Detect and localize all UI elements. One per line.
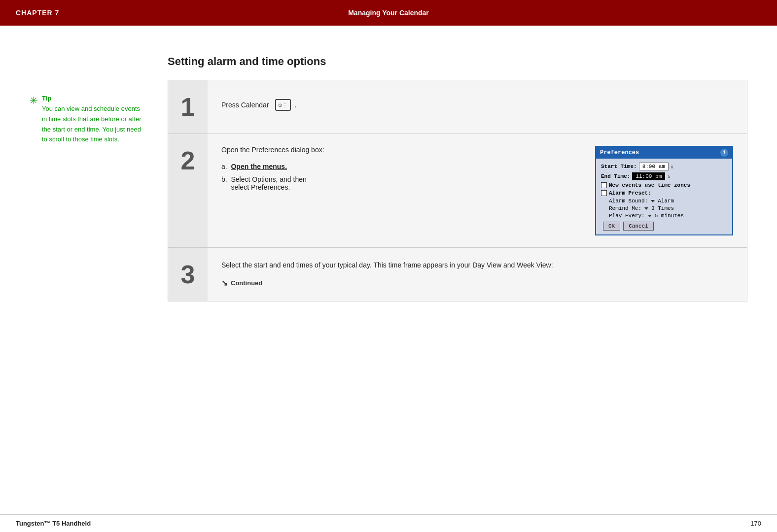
preferences-dialog: Preferences i Start Time: 8:00 am ⇕ [595, 146, 733, 235]
page-footer: Tungsten™ T5 Handheld 170 [0, 514, 777, 532]
alarm-preset-label: Alarm Preset: [609, 190, 651, 196]
content-area: Setting alarm and time options 1 Press C… [158, 55, 777, 301]
step-2-content: Open the Preferences dialog box: a. Open… [208, 134, 747, 247]
prefs-start-time-row: Start Time: 8:00 am ⇕ [601, 163, 727, 170]
start-time-label: Start Time: [601, 164, 637, 169]
step-3-text: Select the start and end times of your t… [221, 260, 733, 270]
prefs-titlebar: Preferences i [596, 147, 732, 159]
step-2-text-block: Open the Preferences dialog box: a. Open… [221, 146, 579, 196]
tip-box: ✳ Tip You can view and schedule events i… [30, 95, 142, 145]
footer-page-number: 170 [750, 520, 761, 527]
main-content: ✳ Tip You can view and schedule events i… [0, 26, 777, 331]
step-2-number: 2 [168, 134, 208, 247]
step-1-label: Press Calendar [221, 101, 269, 109]
prefs-title: Preferences [600, 149, 639, 156]
play-every-label: Play Every: [609, 213, 645, 219]
sidebar: ✳ Tip You can view and schedule events i… [0, 55, 158, 301]
end-time-value[interactable]: 11:00 pm [632, 172, 665, 180]
end-time-arrow[interactable]: ⇕ [667, 173, 671, 180]
continued-arrow-icon: ↘ [221, 278, 228, 288]
alarm-preset-row: Alarm Preset: [601, 190, 727, 196]
remind-me-value: 3 Times [651, 205, 674, 211]
new-events-checkbox[interactable] [601, 182, 607, 188]
tip-star-icon: ✳ [30, 95, 38, 106]
new-events-row: New events use time zones [601, 182, 727, 188]
steps-container: 1 Press Calendar ⊙⋮ . 2 [168, 80, 747, 301]
play-every-row: Play Every: 5 minutes [601, 213, 727, 219]
chapter-label: CHAPTER 7 [16, 9, 59, 17]
remind-me-label: Remind Me: [609, 205, 641, 211]
tip-text: You can view and schedule events in time… [42, 104, 142, 145]
alarm-sound-dropdown-icon[interactable] [651, 200, 655, 202]
page-header: CHAPTER 7 Managing Your Calendar [0, 0, 777, 26]
remind-me-row: Remind Me: 3 Times [601, 205, 727, 211]
step-3-number: 3 [168, 248, 208, 301]
step-2-intro: Open the Preferences dialog box: [221, 146, 579, 154]
alarm-preset-checkbox[interactable] [601, 190, 607, 196]
section-title: Setting alarm and time options [168, 55, 747, 68]
info-icon: i [720, 149, 728, 157]
end-time-label: End Time: [601, 173, 630, 179]
step-1-text: Press Calendar ⊙⋮ . [221, 92, 733, 111]
play-every-dropdown-icon[interactable] [648, 215, 652, 217]
step-1-number: 1 [168, 80, 208, 133]
period-after-icon: . [295, 101, 297, 109]
calendar-icon: ⊙⋮ [275, 99, 291, 111]
chapter-title: Managing Your Calendar [348, 9, 429, 17]
continued-text: Continued [231, 279, 262, 287]
start-time-value[interactable]: 8:00 am [639, 163, 669, 170]
start-time-arrow[interactable]: ⇕ [671, 164, 674, 170]
alarm-sound-label: Alarm Sound: [609, 198, 648, 204]
continued-label: ↘ Continued [221, 278, 733, 288]
step-3: 3 Select the start and end times of your… [168, 248, 747, 301]
step-2-open-menus: Open the menus. [231, 163, 287, 170]
alarm-sound-row: Alarm Sound: Alarm [601, 198, 727, 204]
step-2-sub-a: a. Open the menus. [221, 163, 579, 170]
prefs-body: Start Time: 8:00 am ⇕ End Time: 11:00 pm… [596, 159, 732, 234]
step-2: 2 Open the Preferences dialog box: a. Op… [168, 134, 747, 248]
alarm-sound-value: Alarm [658, 198, 674, 204]
step-1: 1 Press Calendar ⊙⋮ . [168, 80, 747, 134]
step-3-content: Select the start and end times of your t… [208, 248, 747, 301]
prefs-ok-button[interactable]: OK [603, 222, 620, 231]
remind-me-dropdown-icon[interactable] [644, 207, 648, 210]
tip-title: Tip [42, 95, 142, 102]
prefs-buttons: OK Cancel [601, 222, 727, 231]
step-1-content: Press Calendar ⊙⋮ . [208, 80, 747, 133]
new-events-label: New events use time zones [609, 182, 690, 188]
prefs-cancel-button[interactable]: Cancel [623, 222, 654, 231]
tip-content: Tip You can view and schedule events in … [42, 95, 142, 145]
step-2-sub-b: b. Select Options, and then select Prefe… [221, 175, 579, 191]
footer-brand: Tungsten™ T5 Handheld [16, 520, 91, 527]
prefs-end-time-row: End Time: 11:00 pm ⇕ [601, 172, 727, 180]
play-every-value: 5 minutes [655, 213, 684, 219]
step-2-layout: Open the Preferences dialog box: a. Open… [221, 146, 733, 235]
